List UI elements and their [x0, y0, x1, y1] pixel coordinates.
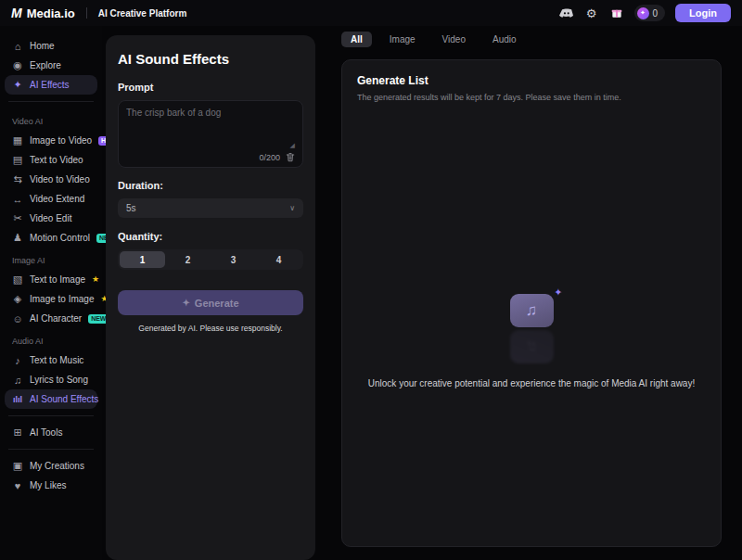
discord-icon[interactable] — [559, 6, 574, 20]
tile-reflection: ♫ — [510, 330, 554, 363]
sidebar-item-label: AI Sound Effects — [30, 394, 98, 404]
grid-icon: ⊞ — [12, 426, 23, 439]
mediaio-logo-icon: M — [11, 6, 21, 20]
sidebar-item-label: Image to Image — [30, 294, 94, 304]
music-note-icon: ♪ — [12, 355, 23, 366]
prompt-input[interactable] — [126, 108, 295, 139]
sidebar-item-label: AI Character — [30, 313, 82, 324]
sidebar-item-image-to-video[interactable]: ▦ Image to Video HOT — [5, 131, 97, 150]
section-title-video-ai: Video AI — [0, 108, 102, 131]
generate-label: Generate — [195, 298, 239, 309]
generate-button[interactable]: ✦ Generate — [118, 290, 303, 315]
coin-icon: ✦ — [637, 7, 649, 19]
image-to-image-icon: ◈ — [12, 293, 23, 305]
sidebar-divider — [8, 415, 94, 416]
motion-control-icon: ♟ — [12, 232, 23, 244]
prompt-box: ◢ 0/200 — [118, 100, 303, 168]
sidebar-item-video-extend[interactable]: ↔ Video Extend — [5, 189, 97, 209]
sidebar-item-my-creations[interactable]: ▣ My Creations — [5, 456, 97, 476]
credit-count: 0 — [653, 8, 659, 19]
quantity-option-2[interactable]: 2 — [165, 251, 211, 268]
home-icon: ⌂ — [12, 41, 23, 52]
sidebar-item-ai-effects[interactable]: ✦ AI Effects — [5, 75, 97, 95]
sidebar-item-label: Text to Music — [30, 355, 83, 365]
sidebar-item-ai-sound-effects[interactable]: ılıl AI Sound Effects — [5, 389, 97, 409]
sidebar-item-ai-character[interactable]: ☺ AI Character NEW — [5, 309, 97, 328]
waveform-icon: ılıl — [12, 395, 23, 404]
music-note-tile-icon: ♫ — [510, 294, 554, 327]
sidebar-item-text-to-image[interactable]: ▧ Text to Image ★ — [5, 270, 97, 289]
login-button[interactable]: Login — [675, 4, 731, 22]
credits-pill[interactable]: ✦ 0 — [634, 5, 666, 21]
ai-disclaimer: Generated by AI. Please use responsibly. — [118, 324, 303, 333]
sound-effects-panel: AI Sound Effects Prompt ◢ 0/200 Duration… — [106, 35, 315, 560]
quantity-option-3[interactable]: 3 — [211, 251, 256, 268]
sidebar-item-label: Lyrics to Song — [30, 375, 88, 385]
sidebar-item-label: Video Edit — [30, 213, 71, 223]
quantity-label: Quantity: — [118, 231, 303, 242]
sidebar-item-ai-tools[interactable]: ⊞ AI Tools — [5, 423, 97, 442]
sparkles-icon: ✦ — [12, 79, 23, 91]
sidebar-item-motion-control[interactable]: ♟ Motion Control NEW — [5, 228, 97, 248]
sidebar-item-label: Text to Image — [30, 274, 85, 285]
quantity-option-4[interactable]: 4 — [256, 251, 301, 268]
duration-select[interactable]: 5s ∨ — [118, 198, 303, 218]
sidebar-item-lyrics-to-song[interactable]: ♫ Lyrics to Song — [5, 370, 97, 389]
sidebar-item-my-likes[interactable]: ♥ My Likes — [5, 476, 97, 495]
sidebar-item-label: Video Extend — [30, 194, 84, 204]
sidebar-item-text-to-music[interactable]: ♪ Text to Music — [5, 350, 97, 370]
empty-icon-wrap: ♫ ✦ ♫ — [510, 294, 554, 363]
sparkle-icon: ✦ — [182, 298, 189, 308]
sidebar-item-video-edit[interactable]: ✂ Video Edit — [5, 209, 97, 228]
sparkle-icon: ✦ — [554, 286, 562, 299]
sidebar-item-image-to-image[interactable]: ◈ Image to Image ★ — [5, 289, 97, 309]
char-counter: 0/200 — [259, 153, 280, 162]
sidebar-item-text-to-video[interactable]: ▤ Text to Video — [5, 150, 97, 170]
sidebar-item-explore[interactable]: ◉ Explore — [5, 56, 97, 75]
tab-image[interactable]: Image — [380, 32, 425, 47]
sidebar-item-label: Motion Control — [30, 233, 90, 243]
text-to-video-icon: ▤ — [12, 154, 23, 166]
clear-prompt-icon[interactable] — [286, 152, 295, 162]
prompt-label: Prompt — [118, 82, 303, 93]
promo-emoji-icon: ★ — [92, 275, 99, 284]
sidebar-item-label: AI Effects — [30, 80, 70, 90]
gear-icon[interactable]: ⚙ — [584, 6, 599, 20]
explore-icon: ◉ — [12, 59, 23, 71]
topbar-actions: ⚙ ✦ 0 Login — [559, 4, 732, 22]
sidebar-item-label: Home — [30, 41, 55, 51]
sidebar-item-video-to-video[interactable]: ⇆ Video to Video — [5, 170, 97, 189]
video-to-video-icon: ⇆ — [12, 173, 23, 185]
gift-icon[interactable] — [609, 6, 624, 20]
sidebar: ⌂ Home ◉ Explore ✦ AI Effects Video AI ▦… — [0, 26, 102, 560]
tab-audio[interactable]: Audio — [483, 32, 526, 47]
sidebar-divider — [8, 101, 94, 102]
generate-list-card: Generate List The generated results will… — [341, 59, 722, 547]
quantity-group: 1 2 3 4 — [118, 249, 303, 270]
sidebar-item-label: My Likes — [30, 480, 66, 490]
quantity-option-1[interactable]: 1 — [120, 251, 165, 268]
sidebar-item-label: AI Tools — [30, 427, 62, 438]
lyrics-icon: ♫ — [12, 375, 23, 386]
resize-handle[interactable]: ◢ — [290, 143, 295, 148]
duration-value: 5s — [126, 203, 136, 213]
music-note-glyph: ♫ — [526, 301, 538, 320]
sidebar-item-label: Image to Video — [30, 135, 92, 146]
sidebar-item-label: Video to Video — [30, 174, 90, 185]
tab-video[interactable]: Video — [433, 32, 475, 47]
tab-all[interactable]: All — [341, 32, 372, 47]
page-title: AI Sound Effects — [118, 51, 303, 67]
topbar: M Media.io AI Creative Platform ⚙ ✦ 0 Lo… — [0, 0, 742, 26]
sidebar-divider — [8, 449, 94, 450]
result-filter-tabs: All Image Video Audio — [341, 32, 526, 47]
sidebar-item-label: Explore — [30, 60, 61, 70]
logo-text[interactable]: Media.io — [27, 6, 75, 20]
sidebar-item-label: Text to Video — [30, 155, 83, 165]
duration-label: Duration: — [118, 180, 303, 191]
generate-list-subtitle: The generated results will be kept for 7… — [357, 93, 706, 102]
video-extend-icon: ↔ — [12, 194, 23, 205]
topbar-divider — [86, 7, 87, 19]
ai-character-icon: ☺ — [12, 313, 23, 325]
video-edit-icon: ✂ — [12, 212, 23, 224]
sidebar-item-home[interactable]: ⌂ Home — [5, 36, 97, 56]
